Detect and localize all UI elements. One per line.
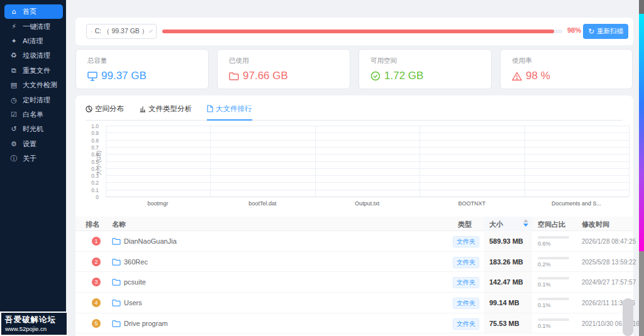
window-scrollbar[interactable] xyxy=(639,0,644,336)
tab-bar: 空间分布 文件类型分析 大文件排行 xyxy=(86,104,623,121)
ratio-label: 0.1% xyxy=(538,323,551,329)
sidebar-item-one-click-clean[interactable]: ⚡ 一键清理 xyxy=(4,19,63,33)
chart-x-tick: bootTel.dat xyxy=(210,200,314,207)
file-size: 99.14 MB xyxy=(489,299,519,306)
chart-gridline xyxy=(106,197,629,197)
sort-asc-icon[interactable] xyxy=(523,219,528,222)
file-size: 75.53 MB xyxy=(489,320,519,327)
folder-icon xyxy=(112,278,121,286)
watermark-url: www.52pojie.cn xyxy=(5,325,63,332)
chart-x-tick: Output.txt xyxy=(315,200,419,207)
scrollbar-track-cap xyxy=(639,0,644,14)
chart-y-tick: 0.9 xyxy=(80,130,99,136)
file-name: DianNaoGuanJia xyxy=(124,237,177,245)
rescan-button[interactable]: ↻ 重新扫描 xyxy=(583,24,628,39)
file-name: pcsuite xyxy=(124,278,146,286)
watermark: 吾爱破解论坛 www.52pojie.cn xyxy=(0,312,68,336)
type-tag: 文件夹 xyxy=(453,298,479,309)
sidebar-item-time-machine[interactable]: ↺ 时光机 xyxy=(4,122,63,136)
chart-vertical-gridline xyxy=(315,126,316,197)
chart-gridline xyxy=(106,182,629,183)
type-tag: 文件夹 xyxy=(453,318,479,330)
chart-x-tick: BOOTNXT xyxy=(419,200,524,207)
folder-icon xyxy=(112,320,121,327)
watermark-title: 吾爱破解论坛 xyxy=(5,315,63,325)
table-scrollbar-thumb[interactable] xyxy=(623,298,633,336)
folder-icon xyxy=(112,258,121,266)
refresh-icon: ↻ xyxy=(588,28,594,35)
table-row[interactable]: 3 pcsuite 文件夹 142.47 MB 0.1% 2024/9/27 1… xyxy=(75,272,633,293)
sidebar-item-junk-clean[interactable]: ♻ 垃圾清理 xyxy=(4,48,63,63)
chart-gridline xyxy=(106,140,629,141)
scrollbar-gradient-thumb[interactable] xyxy=(639,14,644,251)
gear-icon: ⚙ xyxy=(9,140,18,148)
ratio-label: 0.2% xyxy=(538,261,551,268)
col-size[interactable]: 大小 xyxy=(489,220,503,229)
rescan-button-label: 重新扫描 xyxy=(597,27,623,36)
drive-select[interactable]: C: （ 99.37 GB ） xyxy=(86,24,157,39)
sort-desc-icon[interactable] xyxy=(523,224,528,227)
check-circle-icon xyxy=(370,71,380,81)
chart-y-tick: 1.0 xyxy=(80,123,99,129)
chart-vertical-gridline xyxy=(525,126,525,197)
sidebar-item-settings[interactable]: ⚙ 设置 xyxy=(4,137,63,151)
sidebar-item-duplicate-files[interactable]: ⧉ 重复文件 xyxy=(4,63,63,78)
sidebar-item-home[interactable]: ⌂ 首页 xyxy=(4,4,63,19)
file-size: 589.93 MB xyxy=(489,237,523,245)
monitor-icon xyxy=(91,28,92,35)
stat-label: 已使用 xyxy=(229,57,350,65)
ratio-label: 0.6% xyxy=(538,241,551,247)
chart-y-tick: 0.4 xyxy=(80,166,99,172)
col-type: 类型 xyxy=(458,220,472,229)
chart-gridline xyxy=(106,154,629,154)
modified-time: 2026/1/28 08:47:25 xyxy=(582,238,636,245)
sidebar-item-scheduled-clean[interactable]: ◷ 定时清理 xyxy=(4,92,63,107)
scan-toolbar: C: （ 99.37 GB ） 98% ↻ 重新扫描 xyxy=(75,18,633,45)
sidebar-item-large-file-scan[interactable]: ▤ 大文件检测 xyxy=(4,78,63,92)
tab-file-type-analysis[interactable]: 文件类型分析 xyxy=(139,104,192,121)
stat-label: 总容量 xyxy=(87,57,208,65)
warning-icon xyxy=(512,72,522,81)
table-row[interactable]: 5 Drive program 文件夹 75.53 MB 0.1% 2021/1… xyxy=(75,313,633,334)
scan-progress-bar xyxy=(162,30,562,33)
table-row[interactable]: 1 DianNaoGuanJia 文件夹 589.93 MB 0.6% 2026… xyxy=(75,231,633,252)
chart-plot-area: 1.00.90.80.70.60.50.40.30.20.10 xyxy=(106,126,629,197)
type-tag: 文件夹 xyxy=(453,277,479,288)
chart-y-tick: 0.6 xyxy=(80,151,99,158)
sidebar-item-ai-clean[interactable]: ✦ AI清理 xyxy=(4,34,63,48)
file-name: Drive program xyxy=(124,320,168,327)
table-row[interactable]: 4 Users 文件夹 99.14 MB 0.1% 2026/2/11 11:3… xyxy=(75,293,633,313)
stat-value: 1.72 GB xyxy=(384,70,423,82)
table-row[interactable]: 2 360Rec 文件夹 183.26 MB 0.2% 2025/5/28 13… xyxy=(75,252,633,273)
chart-y-tick: 0.8 xyxy=(80,138,99,144)
stat-value: 97.66 GB xyxy=(243,70,288,82)
stat-label: 可用空间 xyxy=(370,57,491,65)
analysis-panel: 空间分布 文件类型分析 大文件排行 大小 (GB) 1.00.90.80.70.… xyxy=(75,95,633,336)
sidebar-item-whitelist[interactable]: ☑ 白名单 xyxy=(4,107,63,122)
home-icon: ⌂ xyxy=(9,8,18,16)
chart-x-tick: bootmgr xyxy=(106,200,210,207)
drive-select-value: C: （ 99.37 GB ） xyxy=(95,27,148,36)
rank-badge: 3 xyxy=(92,278,101,286)
table-header: 排名 名称 类型 大小 空间占比 修改时间 xyxy=(75,217,633,231)
chart-gridline xyxy=(106,175,629,176)
ratio-bar xyxy=(538,318,569,321)
tab-space-distribution[interactable]: 空间分布 xyxy=(86,104,124,121)
scan-progress-fill xyxy=(162,30,554,33)
document-icon xyxy=(207,105,213,112)
folder-icon xyxy=(229,72,239,80)
col-modified: 修改时间 xyxy=(582,220,609,229)
history-icon: ↺ xyxy=(9,125,18,133)
type-tag: 文件夹 xyxy=(453,236,479,247)
sidebar-item-about[interactable]: ⓘ 关于 xyxy=(4,151,63,166)
large-file-table: 排名 名称 类型 大小 空间占比 修改时间 1 DianNaoGuanJia 文… xyxy=(75,217,633,333)
stat-value: 99.37 GB xyxy=(101,70,147,82)
sort-carets[interactable] xyxy=(523,219,528,227)
chart-y-tick: 0.2 xyxy=(80,180,99,186)
tab-large-file-ranking[interactable]: 大文件排行 xyxy=(207,104,252,121)
folder-icon xyxy=(112,299,121,306)
monitor-icon xyxy=(87,72,97,81)
chart-y-tick: 0.7 xyxy=(80,144,99,151)
chart-gridline xyxy=(106,126,629,126)
chevron-down-icon xyxy=(149,29,152,32)
